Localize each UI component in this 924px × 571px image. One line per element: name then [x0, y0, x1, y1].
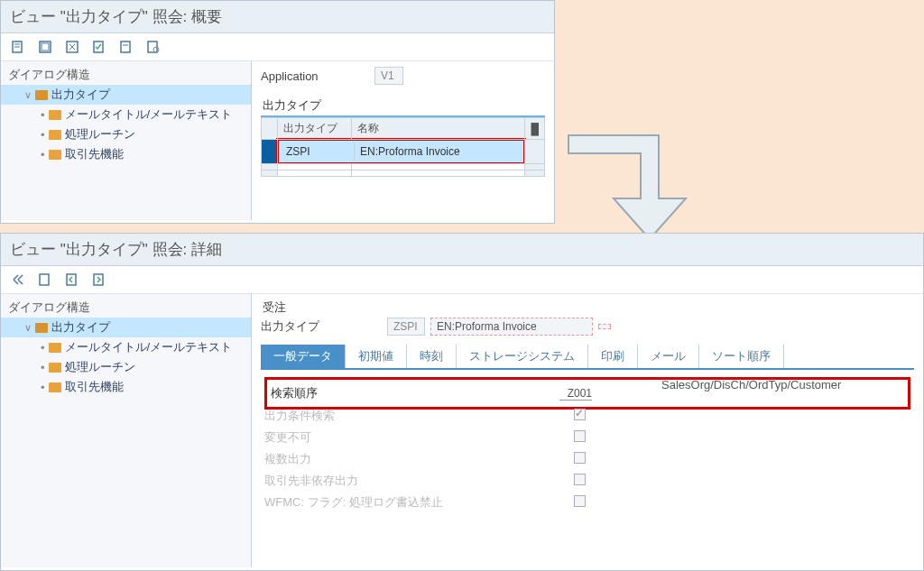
arrow-indicator [559, 117, 713, 244]
general-data-panel: 検索順序 Z001 SalesOrg/DisCh/OrdTyp/Customer… [261, 370, 914, 520]
folder-icon [49, 382, 61, 392]
row-name[interactable]: EN:Proforma Invoice [355, 143, 522, 161]
tree-item-mail-title[interactable]: • メールタイトル/メールテキスト [1, 337, 251, 357]
content-detail: 受注 出力タイプ ZSPI EN:Proforma Invoice 一般データ … [252, 294, 923, 567]
toolbar-select-all-icon[interactable] [37, 39, 53, 55]
tree-root-output-type[interactable]: ∨ 出力タイプ [1, 85, 251, 105]
output-type-label: 出力タイプ [261, 318, 382, 335]
title-overview: ビュー "出力タイプ" 照会: 概要 [1, 1, 554, 33]
svg-point-10 [153, 47, 159, 52]
folder-icon [49, 150, 61, 160]
detail-window: ビュー "出力タイプ" 照会: 詳細 ダイアログ構造 ∨ 出力タイプ • メール… [0, 233, 924, 571]
tree-item-partner-function[interactable]: • 取引先機能 [1, 144, 251, 164]
wfmc-checkbox[interactable] [574, 495, 586, 507]
folder-icon [35, 323, 48, 333]
col-output-type[interactable]: 出力タイプ [278, 118, 352, 140]
row-selector[interactable] [262, 140, 278, 164]
svg-rect-12 [67, 274, 76, 285]
table-row[interactable] [262, 170, 545, 177]
tab-sort[interactable]: ソート順序 [699, 345, 784, 368]
col-name[interactable]: 名称 [352, 118, 525, 140]
search-seq-desc: SalesOrg/DisCh/OrdTyp/Customer [625, 378, 841, 391]
col-extra[interactable]: █ [525, 118, 545, 140]
col-rowselect[interactable] [262, 118, 278, 140]
toolbar-doc-icon[interactable] [10, 39, 26, 55]
multi-output-label: 複数出力 [264, 451, 553, 467]
row-code[interactable]: ZSPI [281, 143, 355, 161]
table-row[interactable] [262, 164, 545, 170]
output-type-extra [598, 324, 611, 329]
tab-default[interactable]: 初期値 [346, 345, 407, 368]
tree-item-partner-function[interactable]: • 取引先機能 [1, 377, 251, 397]
partner-indep-checkbox[interactable] [574, 474, 586, 485]
sidebar-header: ダイアログ構造 [1, 65, 251, 85]
tabstrip: 一般データ 初期値 時刻 ストレージシステム 印刷 メール ソート順序 [261, 345, 914, 370]
search-seq-label: 検索順序 [271, 385, 559, 401]
svg-rect-11 [40, 274, 49, 285]
toolbar-detail [1, 266, 923, 294]
tree-expand-icon[interactable]: ∨ [24, 322, 32, 334]
tree-item-mail-title[interactable]: • メールタイトル/メールテキスト [1, 105, 251, 124]
toolbar-overview [1, 33, 554, 61]
tree-item-processing-routine[interactable]: • 処理ルーチン [1, 124, 251, 144]
tree-item-processing-routine[interactable]: • 処理ルーチン [1, 357, 251, 377]
tree-root-output-type[interactable]: ∨ 出力タイプ [1, 318, 251, 337]
section-order: 受注 [261, 299, 914, 316]
tab-time[interactable]: 時刻 [407, 345, 457, 368]
svg-rect-7 [121, 41, 130, 52]
table-row[interactable]: ZSPI EN:Proforma Invoice [262, 140, 545, 164]
sidebar-overview: ダイアログ構造 ∨ 出力タイプ • メールタイトル/メールテキスト • 処理ルー… [1, 61, 252, 220]
cond-search-checkbox[interactable] [574, 409, 586, 420]
folder-icon [49, 130, 61, 140]
wfmc-label: WFMC: フラグ: 処理ログ書込禁止 [264, 494, 553, 511]
toolbar-check-icon[interactable] [91, 39, 107, 55]
application-value: V1 [374, 67, 403, 85]
no-change-label: 変更不可 [264, 429, 553, 446]
sidebar-header: ダイアログ構造 [1, 298, 251, 318]
cond-search-label: 出力条件検索 [264, 408, 553, 424]
sidebar-detail: ダイアログ構造 ∨ 出力タイプ • メールタイトル/メールテキスト • 処理ルー… [1, 294, 252, 567]
tab-storage[interactable]: ストレージシステム [457, 345, 588, 368]
folder-icon [49, 363, 61, 373]
folder-icon [49, 110, 61, 120]
toolbar-doc2-icon[interactable] [118, 39, 134, 55]
folder-icon [35, 90, 48, 100]
no-change-checkbox[interactable] [574, 430, 586, 442]
toolbar-config-icon[interactable] [145, 39, 162, 55]
toolbar-deselect-icon[interactable] [64, 39, 80, 55]
toolbar-new-icon[interactable] [37, 272, 53, 288]
output-type-table: 出力タイプ 名称 █ ZSPI EN:Proforma Invoice [261, 117, 545, 177]
section-output-type: 出力タイプ [261, 97, 545, 114]
application-label: Application [261, 69, 369, 83]
output-type-name: EN:Proforma Invoice [430, 318, 593, 336]
partner-indep-label: 取引先非依存出力 [264, 473, 553, 489]
tab-mail[interactable]: メール [638, 345, 699, 368]
overview-window: ビュー "出力タイプ" 照会: 概要 ダイアログ構造 ∨ 出力タイプ • メール… [0, 0, 555, 224]
tab-print[interactable]: 印刷 [588, 345, 638, 368]
output-type-code: ZSPI [387, 318, 425, 336]
folder-icon [49, 343, 61, 353]
content-overview: Application V1 出力タイプ 出力タイプ 名称 █ ZSPI [252, 61, 554, 220]
search-seq-value[interactable]: Z001 [559, 387, 592, 401]
multi-output-checkbox[interactable] [574, 452, 586, 464]
toolbar-toggle-icon[interactable] [10, 272, 26, 288]
toolbar-back-icon[interactable] [64, 272, 80, 288]
svg-rect-4 [42, 43, 49, 51]
title-detail: ビュー "出力タイプ" 照会: 詳細 [1, 234, 923, 266]
svg-rect-13 [94, 274, 103, 285]
toolbar-forward-icon[interactable] [91, 272, 107, 288]
tab-general-data[interactable]: 一般データ [261, 345, 346, 368]
tree-expand-icon[interactable]: ∨ [24, 89, 32, 101]
